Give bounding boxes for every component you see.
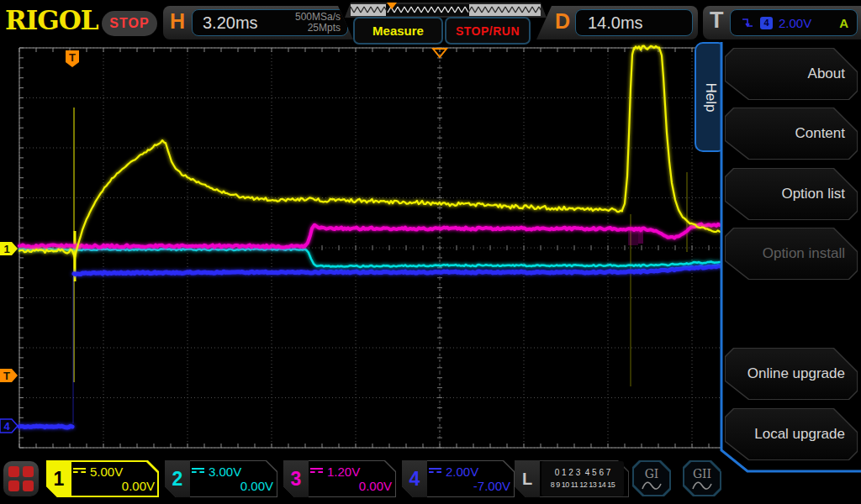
sidebar-button-local-upgrade[interactable]: Local upgrade	[725, 408, 858, 460]
menu-grid-icon	[8, 466, 34, 491]
logic-row-2: 8 9 10 11 12 13 14 15	[541, 479, 624, 491]
svg-text:T: T	[69, 51, 76, 64]
channel-number: 2	[165, 460, 190, 497]
trigger-position-marker[interactable]: T	[66, 50, 79, 67]
trace-ch3	[19, 224, 720, 248]
sidebar-button-label: Content	[726, 108, 857, 159]
menu-button[interactable]	[3, 461, 39, 496]
sidebar-button-label: Local upgrade	[726, 409, 857, 459]
dc-coupling-icon	[192, 468, 204, 476]
channel-1-ground-marker[interactable]: 1	[0, 242, 18, 255]
svg-text:T: T	[3, 370, 10, 382]
channel-offset: 0.00V	[310, 479, 392, 493]
svg-text:4: 4	[3, 420, 10, 433]
channel-box-2[interactable]: 23.00V0.00V	[165, 460, 277, 497]
sine-icon	[642, 481, 662, 491]
dc-coupling-icon	[73, 468, 86, 476]
generator-label: GII	[693, 467, 711, 480]
channel-box-3[interactable]: 31.20V0.00V	[283, 460, 396, 497]
sidebar-button-option-list[interactable]: Option list	[725, 168, 858, 220]
sidebar-button-option-install: Option install	[725, 228, 858, 280]
sidebar-button-about[interactable]: About	[725, 48, 858, 100]
logic-channels-box[interactable]: L 0 1 2 3 4 5 6 7 8 9 10 11 12 13 14 15	[515, 460, 629, 497]
trigger-level-marker[interactable]: T	[0, 369, 18, 382]
channel-number: 3	[283, 460, 309, 497]
generator-label: GI	[645, 467, 659, 480]
channel-scale: 1.20V	[327, 465, 360, 479]
help-tab-label: Help	[702, 82, 719, 112]
trace-ch1	[19, 46, 720, 258]
sidebar-button-label: About	[726, 49, 857, 99]
sidebar-button-label: Option list	[726, 169, 857, 219]
channel-4-ground-marker[interactable]: 4	[0, 419, 18, 433]
channel-box-1[interactable]: 15.00V0.00V	[46, 460, 159, 497]
generator-button-gii[interactable]: GII	[683, 460, 721, 496]
channel-offset: 0.00V	[73, 479, 155, 493]
svg-text:1: 1	[3, 243, 9, 255]
channel-number: 4	[402, 460, 427, 497]
trace-ch2	[19, 249, 720, 267]
trace-ch4-pre-trigger	[19, 426, 72, 428]
oscilloscope-screen: T1T4 RIGOL STOP H 3.20ms 500MSa/s 25Mpts…	[0, 0, 861, 504]
logic-label: L	[515, 460, 540, 497]
channel-box-4[interactable]: 42.00V-7.00V	[402, 460, 515, 497]
channel-number: 1	[46, 460, 71, 497]
channel-scale: 5.00V	[90, 465, 123, 479]
sidebar-panel: AboutContentOption listOption installOnl…	[721, 42, 861, 471]
channel-offset: 0.00V	[192, 479, 273, 493]
logic-digit-list: 0 1 2 3 4 5 6 7 8 9 10 11 12 13 14 15	[541, 461, 624, 496]
sidebar-button-online-upgrade[interactable]: Online upgrade	[725, 348, 858, 400]
sine-icon	[692, 481, 712, 491]
dc-coupling-icon	[310, 468, 323, 476]
sidebar-button-label: Online upgrade	[726, 349, 857, 399]
dc-coupling-icon	[429, 468, 441, 476]
channel-scale: 3.00V	[209, 465, 241, 479]
generator-button-gi[interactable]: GI	[632, 460, 671, 496]
sidebar-button-content[interactable]: Content	[725, 108, 858, 160]
channel-offset: -7.00V	[429, 479, 510, 493]
sidebar-button-label: Option install	[726, 228, 857, 279]
channel-scale: 2.00V	[446, 465, 478, 479]
logic-row-1: 0 1 2 3 4 5 6 7	[541, 467, 624, 479]
